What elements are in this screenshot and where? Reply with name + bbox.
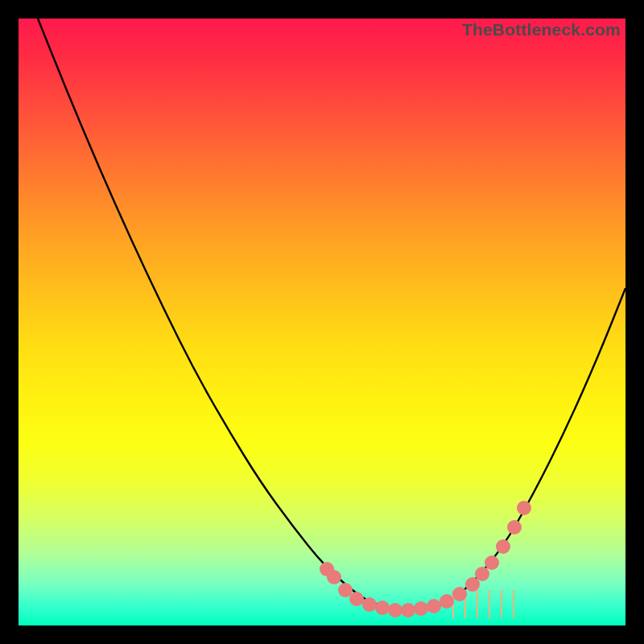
- svg-point-19: [475, 567, 489, 581]
- svg-point-20: [485, 555, 499, 570]
- chart-svg: [19, 19, 625, 625]
- svg-point-23: [517, 501, 531, 515]
- chart-frame: TheBottleneck.com: [19, 19, 625, 625]
- svg-point-10: [362, 597, 377, 612]
- svg-point-12: [388, 603, 402, 617]
- svg-point-13: [401, 603, 415, 617]
- svg-point-21: [496, 539, 510, 554]
- svg-point-16: [440, 594, 454, 609]
- svg-point-17: [452, 587, 467, 601]
- svg-point-22: [507, 520, 522, 535]
- marker-dots: [320, 501, 531, 617]
- svg-point-8: [338, 583, 353, 597]
- svg-point-14: [414, 601, 428, 616]
- svg-point-15: [427, 599, 441, 613]
- svg-point-7: [327, 570, 341, 584]
- svg-point-9: [349, 592, 364, 606]
- bottleneck-curve: [38, 19, 625, 611]
- svg-point-11: [375, 601, 390, 615]
